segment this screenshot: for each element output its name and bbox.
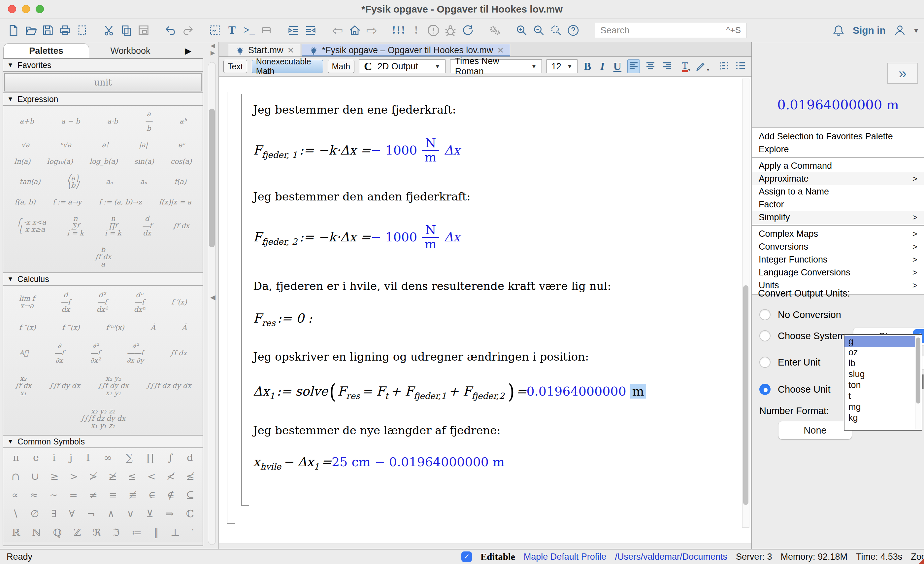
palette-item[interactable]: cos(a) xyxy=(171,158,192,165)
context-menu-item[interactable]: Apply a Command xyxy=(752,159,924,172)
palette-item[interactable]: ∫f dx xyxy=(170,349,187,356)
context-menu-item[interactable] xyxy=(752,225,924,226)
splitter-handle-icon[interactable]: ◀ xyxy=(210,293,215,301)
font-color-button[interactable]: T▾ xyxy=(682,60,690,72)
symbol-item[interactable]: ℝ xyxy=(12,527,20,538)
symbol-item[interactable]: ≮ xyxy=(166,471,175,482)
tab-fysik-opgave[interactable]: *Fysik opgave – Opgaver til Hookes lov.m… xyxy=(302,44,510,56)
back-icon[interactable]: ⇦ xyxy=(330,23,345,38)
palette-item[interactable]: A⃛ xyxy=(19,349,28,356)
symbol-item[interactable]: π xyxy=(13,452,20,463)
doc-paragraph[interactable]: Jeg opskriver en ligning og udregner ænd… xyxy=(253,350,732,363)
symbol-item[interactable]: e xyxy=(33,452,39,463)
context-menu-item[interactable]: Simplify > xyxy=(752,211,924,224)
context-menu-item[interactable] xyxy=(752,157,924,158)
notifications-bell-icon[interactable] xyxy=(831,23,846,38)
zoom-reset-icon[interactable] xyxy=(549,23,564,38)
document-scrollbar-thumb[interactable] xyxy=(743,285,748,505)
align-right-button[interactable] xyxy=(661,60,673,73)
palette-item[interactable]: tan(a) xyxy=(20,178,40,185)
palette-item[interactable]: f := a→y xyxy=(53,199,82,206)
palette-item[interactable]: ∫∫f dy dx xyxy=(49,382,80,389)
symbol-item[interactable]: ≠ xyxy=(89,489,98,501)
symbol-item[interactable]: ≯ xyxy=(89,471,98,482)
symbol-item[interactable]: ℚ xyxy=(53,527,62,538)
help-icon[interactable] xyxy=(566,23,581,38)
doc-paragraph[interactable]: Jeg bestemmer den ene fjederkraft: xyxy=(253,103,732,116)
symbol-item[interactable]: ⊻ xyxy=(146,508,153,519)
insert-prompt-icon[interactable]: >_ xyxy=(242,23,257,38)
context-menu-item[interactable]: Explore xyxy=(752,143,924,156)
symbol-item[interactable]: ≡ xyxy=(109,489,117,501)
symbol-item[interactable]: ≈ xyxy=(30,489,38,501)
execute-all-icon[interactable]: !!! xyxy=(392,23,406,38)
symbol-item[interactable]: I xyxy=(86,452,90,463)
palette-item[interactable]: ln(a) xyxy=(14,158,30,165)
palette-item[interactable]: log₁₀(a) xyxy=(47,158,73,165)
palette-item[interactable]: aₙ xyxy=(106,178,113,185)
context-menu-item[interactable]: Complex Maps > xyxy=(752,227,924,241)
context-menu-item[interactable]: Integer Functions > xyxy=(752,253,924,266)
choose-unit-radio[interactable] xyxy=(759,384,771,395)
palette-item[interactable]: log_b(a) xyxy=(89,158,118,165)
numbered-list-button[interactable] xyxy=(735,60,747,73)
symbol-item[interactable]: ≰ xyxy=(186,471,194,482)
choose-system-radio[interactable] xyxy=(759,330,771,341)
palette-item[interactable]: b ∫f dx a xyxy=(95,246,111,268)
symbol-item[interactable]: ∑ xyxy=(126,452,133,463)
bold-button[interactable]: B xyxy=(582,60,592,73)
symbol-item[interactable]: ∝ xyxy=(12,489,18,501)
palette-item[interactable]: a ― b xyxy=(145,110,152,132)
palette-item[interactable]: a·b xyxy=(107,117,118,125)
font-dropdown[interactable]: Times New Roman ▼ xyxy=(450,59,542,73)
palette-item[interactable]: f ″(x) xyxy=(19,324,36,331)
symbol-item[interactable]: ′ xyxy=(192,527,194,538)
align-center-button[interactable] xyxy=(645,60,656,73)
text-mode-button[interactable]: Text xyxy=(224,60,247,73)
style-dropdown[interactable]: C 2D Output ▼ xyxy=(359,59,446,73)
new-document-icon[interactable] xyxy=(6,23,21,38)
panel-collapse-button[interactable]: » xyxy=(887,63,918,84)
number-format-select[interactable]: None xyxy=(778,421,852,439)
account-person-icon[interactable] xyxy=(892,23,908,38)
palette-item[interactable]: dⁿ ―f dxⁿ xyxy=(134,291,145,313)
unit-option[interactable]: g xyxy=(844,336,915,347)
symbol-item[interactable]: ∏ xyxy=(147,452,154,463)
unit-option[interactable]: oz xyxy=(844,347,915,358)
enter-unit-radio[interactable] xyxy=(759,356,771,368)
zoom-out-icon[interactable] xyxy=(531,23,546,38)
document-horizontal-scrollbar[interactable] xyxy=(219,543,752,549)
symbol-item[interactable]: ≢ xyxy=(129,489,137,501)
symbol-item[interactable]: ℑ xyxy=(112,527,120,538)
account-caret-icon[interactable]: ▾ xyxy=(914,26,918,35)
editable-checkbox[interactable]: ✓ xyxy=(461,552,472,562)
symbol-item[interactable]: ℕ xyxy=(32,527,41,538)
palette-item[interactable]: a! xyxy=(102,141,109,149)
italic-button[interactable]: I xyxy=(597,60,608,73)
symbol-item[interactable]: ∖ xyxy=(12,508,18,519)
symbol-item[interactable]: ∨ xyxy=(127,508,134,519)
palette-item[interactable]: eᵃ xyxy=(178,141,185,149)
palette-item[interactable]: n ∑f i = k xyxy=(67,215,84,237)
close-tab-icon[interactable]: ✕ xyxy=(287,45,294,55)
splitter-collapse-right-icon[interactable]: ▶ xyxy=(210,50,215,57)
unit-option[interactable]: slug xyxy=(844,369,915,380)
palette-item[interactable]: x₂ y₂ z₂ ∫∫∫f dz dy dx x₁ y₁ z₁ xyxy=(81,408,125,429)
font-size-dropdown[interactable]: 12 ▼ xyxy=(546,59,578,73)
save-icon[interactable] xyxy=(40,23,56,38)
doc-paragraph[interactable]: Jeg bestemmer den anden fjederkraft: xyxy=(253,190,732,203)
palette-item[interactable]: sin(a) xyxy=(134,158,154,165)
insert-section-icon[interactable] xyxy=(259,23,274,38)
restart-icon[interactable] xyxy=(460,23,475,38)
symbol-item[interactable]: ∀ xyxy=(69,508,75,519)
palette-item[interactable]: n ∏f i = k xyxy=(105,215,121,237)
palette-item[interactable]: ∂² ―f ∂x² xyxy=(90,342,100,364)
palette-item[interactable]: f(a) xyxy=(174,178,186,185)
symbol-item[interactable]: ≤ xyxy=(128,471,136,482)
highlight-button[interactable]: ▾ xyxy=(695,60,709,72)
doc-paragraph[interactable]: Jeg bestemmer de nye længder af fjedrene… xyxy=(253,424,732,437)
math-mode-button[interactable]: Math xyxy=(328,60,355,73)
symbol-item[interactable]: ℜ xyxy=(93,527,100,538)
palette-item[interactable]: d ―f dx xyxy=(61,291,70,313)
symbol-item[interactable]: ∉ xyxy=(167,489,174,501)
